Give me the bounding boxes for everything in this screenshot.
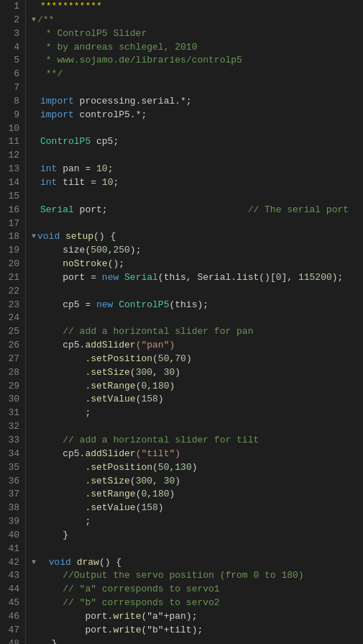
code-line: *********** (32, 0, 363, 14)
line-number: 45 (3, 597, 19, 610)
token: () { (99, 556, 121, 570)
code-line (32, 190, 363, 204)
code-line: .setRange(0,180) (32, 380, 363, 394)
token: , (147, 488, 152, 502)
code-line: cp5.addSlider("tilt") (32, 448, 363, 461)
code-line (32, 122, 363, 136)
line-number: 47 (3, 624, 19, 638)
token: () { (93, 230, 116, 244)
line-number: 42 (3, 556, 19, 570)
code-line: port.write("a"+pan); (32, 610, 363, 624)
fold-icon[interactable]: ▼ (32, 14, 36, 27)
line-number: 20 (3, 258, 19, 271)
line-number: 40 (3, 529, 19, 543)
token: ("b"+tilt); (141, 624, 203, 638)
line-number: 11 (3, 135, 19, 149)
token: . (40, 366, 91, 380)
token: ( (152, 353, 158, 366)
code-line (32, 149, 363, 163)
token: controlP5.*; (74, 109, 147, 122)
token: 180 (152, 488, 169, 502)
code-line: int tilt = 10; (32, 176, 363, 190)
token (119, 271, 124, 285)
line-number: 1 (3, 0, 19, 14)
code-line: ControlP5 cp5; (32, 135, 363, 149)
line-number: 25 (3, 325, 19, 339)
token: setRange (91, 488, 135, 502)
code-line: .setSize(300, 30) (32, 366, 363, 380)
token (60, 230, 65, 244)
token: setValue (91, 393, 135, 407)
token: ("tilt") (136, 448, 180, 461)
token (40, 258, 63, 271)
token: 30 (164, 366, 175, 380)
token: setSize (91, 366, 130, 380)
token: ( (130, 475, 136, 489)
token: draw (77, 556, 99, 570)
token: (this); (169, 299, 208, 312)
token: setPosition (91, 353, 152, 366)
token: addSlider (85, 339, 135, 353)
token: } (40, 529, 68, 543)
fold-icon[interactable]: ▼ (32, 556, 36, 570)
token: port; (74, 204, 108, 217)
token: size( (40, 244, 91, 258)
code-line: import processing.serial.*; (32, 95, 363, 109)
code-line: size(500,250); (32, 244, 363, 258)
token (37, 556, 49, 570)
token: . (40, 475, 91, 489)
code-line: ▼/** (32, 14, 363, 27)
code-line: noStroke(); (32, 258, 363, 271)
token: ("a"+pan); (141, 610, 197, 624)
code-line: .setValue(158) (32, 393, 363, 407)
token: port = (40, 271, 102, 285)
token: } (40, 638, 57, 644)
code-line: // "b" corresponds to servo2 (32, 597, 363, 610)
line-number: 26 (3, 339, 19, 353)
token: **/ (40, 68, 63, 81)
token: // "b" corresponds to servo2 (40, 597, 220, 610)
line-number: 36 (3, 475, 19, 489)
token: . (40, 380, 91, 394)
code-line: * by andreas schlegel, 2010 (32, 41, 363, 55)
token: , (169, 353, 175, 366)
code-line: port.write("b"+tilt); (32, 624, 363, 638)
token: port. (40, 624, 113, 638)
code-area[interactable]: ***********▼/** * ControlP5 Slider * by … (26, 0, 363, 644)
token: 10 (102, 176, 114, 190)
line-number: 48 (3, 638, 19, 644)
token: 115200 (298, 271, 332, 285)
token: . (40, 393, 91, 407)
line-number: 38 (3, 502, 19, 515)
token: // add a horizontal slider for tilt (40, 434, 259, 448)
token: ; (113, 176, 119, 190)
token: ) (158, 393, 164, 407)
code-line: } (32, 529, 363, 543)
line-number: 15 (3, 190, 19, 204)
token: ControlP5 (119, 299, 169, 312)
token: 50 (158, 461, 170, 475)
line-number: 5 (3, 54, 19, 68)
code-container: 1234567891011121314151617181920212223242… (0, 0, 363, 644)
token: // add a horizontal slider for pan (40, 325, 253, 339)
token: int (40, 163, 57, 176)
line-number: 14 (3, 176, 19, 190)
token: 250 (113, 244, 129, 258)
token: // The serial port (108, 204, 349, 217)
code-line (32, 420, 363, 434)
line-number: 30 (3, 393, 19, 407)
token: ); (332, 271, 344, 285)
token: 10 (96, 163, 108, 176)
token: //Output the servo position (from 0 to 1… (40, 569, 304, 583)
line-number: 2 (3, 14, 19, 27)
token: write (113, 624, 141, 638)
token: ; (108, 163, 114, 176)
fold-icon[interactable]: ▼ (32, 230, 36, 244)
line-number: 8 (3, 95, 19, 109)
code-line: .setSize(300, 30) (32, 475, 363, 489)
token: setValue (91, 502, 135, 515)
code-line: ; (32, 407, 363, 420)
code-line: .setPosition(50,130) (32, 461, 363, 475)
token (71, 556, 77, 570)
token: 0 (276, 271, 282, 285)
